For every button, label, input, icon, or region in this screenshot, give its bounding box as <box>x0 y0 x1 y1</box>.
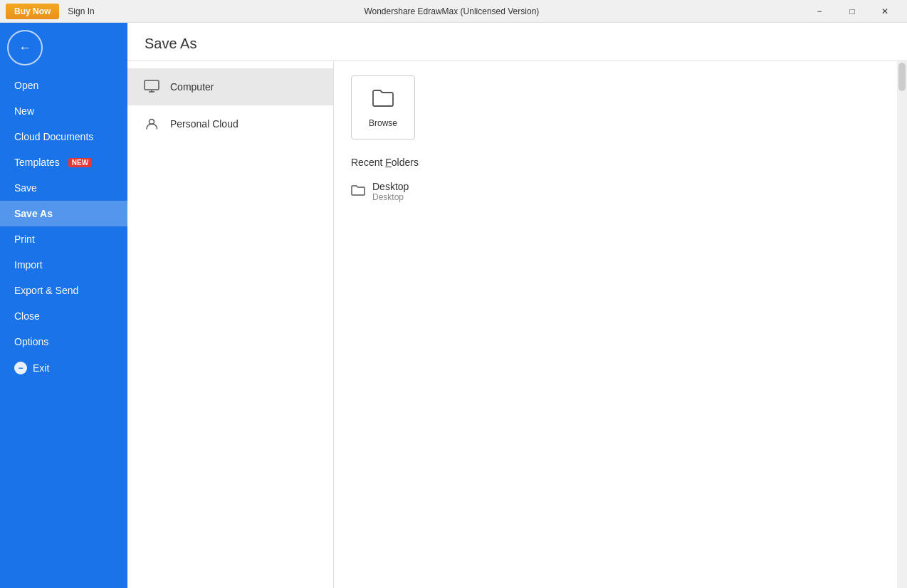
sidebar-item-options[interactable]: Options <box>0 329 127 355</box>
sidebar-item-export-send[interactable]: Export & Send <box>0 278 127 303</box>
location-item-personal-cloud[interactable]: Personal Cloud <box>127 105 333 142</box>
sign-in-button[interactable]: Sign In <box>62 4 100 19</box>
sidebar-item-label: Exit <box>33 362 49 374</box>
sidebar-item-label: Export & Send <box>14 285 78 296</box>
sidebar-item-import[interactable]: Import <box>0 252 127 278</box>
browse-button[interactable]: Browse <box>351 75 415 140</box>
sidebar-item-templates[interactable]: Templates NEW <box>0 149 127 175</box>
location-label-computer: Computer <box>170 81 214 93</box>
sidebar-item-close[interactable]: Close <box>0 303 127 329</box>
sidebar-item-label: Templates <box>14 157 60 168</box>
titlebar-controls: − □ ✕ <box>803 0 901 23</box>
scrollbar-thumb[interactable] <box>898 63 906 91</box>
location-panel: Computer Personal Cloud <box>127 61 334 588</box>
sidebar-item-new[interactable]: New <box>0 98 127 124</box>
sidebar-item-exit[interactable]: − Exit <box>0 355 127 382</box>
sidebar-item-open[interactable]: Open <box>0 73 127 98</box>
sidebar-item-save-as[interactable]: Save As <box>0 201 127 226</box>
browse-label: Browse <box>369 118 397 128</box>
titlebar: Buy Now Sign In Wondershare EdrawMax (Un… <box>0 0 907 23</box>
browse-folder-icon <box>372 88 394 112</box>
sidebar-item-label: New <box>14 105 34 117</box>
minimize-button[interactable]: − <box>803 0 836 23</box>
sidebar-item-label: Save As <box>14 208 53 219</box>
file-panel: Browse Recent Folders Desktop Desktop <box>334 61 897 588</box>
sidebar: ← Open New Cloud Documents Templates NEW… <box>0 23 127 588</box>
content-header: Save As <box>127 23 907 61</box>
recent-folder-path: Desktop <box>372 192 409 202</box>
back-icon: ← <box>19 41 31 56</box>
close-window-button[interactable]: ✕ <box>869 0 901 23</box>
sidebar-item-label: Cloud Documents <box>14 131 93 142</box>
page-title: Save As <box>145 36 890 52</box>
titlebar-actions: Buy Now Sign In <box>6 4 100 19</box>
recent-folder-info: Desktop Desktop <box>372 181 409 202</box>
buy-now-button[interactable]: Buy Now <box>6 4 59 19</box>
location-item-computer[interactable]: Computer <box>127 68 333 105</box>
sidebar-item-label: Options <box>14 336 48 347</box>
content-body: Computer Personal Cloud <box>127 61 907 588</box>
recent-folder-name: Desktop <box>372 181 409 192</box>
svg-rect-0 <box>145 80 159 90</box>
back-button[interactable]: ← <box>7 30 43 65</box>
sidebar-item-save[interactable]: Save <box>0 175 127 201</box>
exit-icon: − <box>14 362 27 374</box>
recent-folder-item[interactable]: Desktop Desktop <box>351 177 880 206</box>
sidebar-item-label: Save <box>14 182 37 194</box>
titlebar-title: Wondershare EdrawMax (Unlicensed Version… <box>100 6 803 16</box>
sidebar-item-cloud-documents[interactable]: Cloud Documents <box>0 124 127 149</box>
app-body: ← Open New Cloud Documents Templates NEW… <box>0 23 907 588</box>
personal-cloud-icon <box>142 114 162 134</box>
scrollbar-track[interactable] <box>897 61 907 588</box>
main-content: Save As Computer <box>127 23 907 588</box>
sidebar-item-print[interactable]: Print <box>0 226 127 252</box>
location-label-personal-cloud: Personal Cloud <box>170 118 238 130</box>
sidebar-item-label: Open <box>14 80 38 91</box>
recent-folders-label: Recent Folders <box>351 157 880 168</box>
sidebar-item-label: Print <box>14 233 35 245</box>
maximize-button[interactable]: □ <box>836 0 869 23</box>
recent-folder-icon <box>351 184 365 200</box>
computer-icon <box>142 77 162 97</box>
sidebar-item-label: Close <box>14 310 40 322</box>
sidebar-item-label: Import <box>14 259 43 271</box>
new-badge: NEW <box>68 158 92 167</box>
